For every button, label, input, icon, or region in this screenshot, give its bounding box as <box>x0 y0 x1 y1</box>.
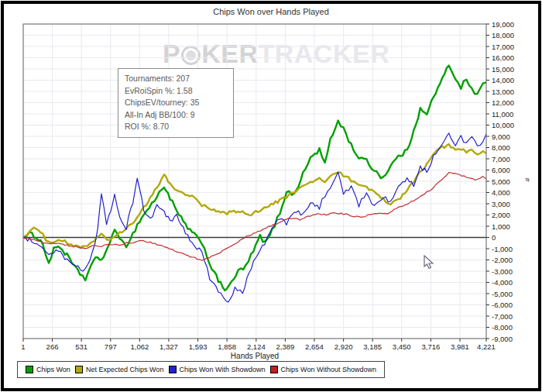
stat-line-evroispin: EvRoiSpin %: 1.58 <box>125 85 227 98</box>
svg-text:2,920: 2,920 <box>334 342 353 351</box>
svg-text:16,000: 16,000 <box>492 53 514 62</box>
svg-text:0: 0 <box>492 233 496 242</box>
svg-text:3,716: 3,716 <box>422 342 441 351</box>
svg-text:10,000: 10,000 <box>492 121 514 129</box>
svg-text:11,000: 11,000 <box>492 110 513 119</box>
stat-line-chipsev: ChipsEV/tourney: 35 <box>125 97 227 109</box>
svg-text:12,000: 12,000 <box>492 98 514 107</box>
svg-text:Hands Played: Hands Played <box>231 352 279 360</box>
svg-text:17,000: 17,000 <box>492 43 514 51</box>
svg-text:4,000: 4,000 <box>492 188 510 197</box>
svg-text:-8,000: -8,000 <box>492 323 513 332</box>
chips-won-swatch-icon <box>26 366 33 373</box>
svg-text:1,327: 1,327 <box>160 342 178 351</box>
svg-text:-3,000: -3,000 <box>492 267 513 276</box>
without-showdown-swatch-icon <box>270 366 278 373</box>
with-showdown-swatch-icon <box>169 366 177 373</box>
svg-text:7,000: 7,000 <box>492 155 510 163</box>
legend-item-net-expected: Net Expected Chips Won <box>75 366 163 373</box>
svg-text:5,000: 5,000 <box>492 177 510 186</box>
svg-text:-9,000: -9,000 <box>492 335 513 343</box>
legend-item-without-showdown: Chips Won Without Showdown <box>270 366 376 373</box>
svg-text:3,981: 3,981 <box>451 342 469 351</box>
svg-text:3,450: 3,450 <box>393 342 411 351</box>
svg-text:1,062: 1,062 <box>130 342 149 351</box>
svg-text:14,000: 14,000 <box>492 76 514 84</box>
svg-text:3,000: 3,000 <box>492 200 510 208</box>
legend-label: Chips Won <box>36 366 70 373</box>
svg-text:8,000: 8,000 <box>492 143 510 152</box>
legend-label: Chips Won Without Showdown <box>281 366 376 373</box>
svg-text:-5,000: -5,000 <box>492 290 513 298</box>
svg-text:1,593: 1,593 <box>189 342 208 351</box>
stat-line-tournaments: Tournaments: 207 <box>125 73 227 85</box>
chips-won-line-chart[interactable]: -9,000-8,000-7,000-6,000-5,000-4,000-3,0… <box>0 0 542 392</box>
svg-text:1: 1 <box>21 342 25 351</box>
legend-label: Net Expected Chips Won <box>86 366 163 373</box>
legend-item-with-showdown: Chips Won With Showdown <box>169 366 266 373</box>
svg-text:2,654: 2,654 <box>305 342 324 351</box>
svg-text:531: 531 <box>75 342 87 351</box>
legend-label: Chips Won With Showdown <box>180 366 266 373</box>
stat-line-allin-adj: All-In Adj BB/100: 9 <box>125 109 227 122</box>
svg-text:1,858: 1,858 <box>218 342 236 351</box>
svg-text:15,000: 15,000 <box>492 65 514 74</box>
svg-text:2,000: 2,000 <box>492 211 510 219</box>
svg-text:1,000: 1,000 <box>492 222 510 231</box>
svg-text:18,000: 18,000 <box>492 31 514 40</box>
legend: Chips Won Net Expected Chips Won Chips W… <box>17 361 385 378</box>
svg-text:19,000: 19,000 <box>492 20 514 29</box>
net-expected-swatch-icon <box>75 366 83 373</box>
svg-text:-7,000: -7,000 <box>492 312 513 321</box>
svg-text:13,000: 13,000 <box>492 88 514 96</box>
svg-text:-6,000: -6,000 <box>492 301 513 309</box>
svg-text:266: 266 <box>46 342 59 351</box>
svg-text:-4,000: -4,000 <box>492 278 513 287</box>
stat-line-roi: ROI %: 8.70 <box>125 121 227 133</box>
svg-text:9,000: 9,000 <box>492 132 510 141</box>
svg-text:6,000: 6,000 <box>492 166 510 174</box>
pokertracker-graph-window: Chips Won over Hands Played PKERTRACKER … <box>0 0 542 392</box>
svg-text:-2,000: -2,000 <box>492 256 513 264</box>
svg-text:2,389: 2,389 <box>276 342 295 351</box>
svg-text:4,221: 4,221 <box>477 342 496 351</box>
stats-tooltip: Tournaments: 207 EvRoiSpin %: 1.58 Chips… <box>118 68 234 138</box>
svg-text:3,185: 3,185 <box>363 342 382 351</box>
svg-text:-1,000: -1,000 <box>492 245 513 253</box>
svg-text:797: 797 <box>105 342 117 351</box>
y-axis-unit-label: # <box>523 177 531 181</box>
legend-item-chips-won: Chips Won <box>26 366 70 373</box>
svg-text:2,124: 2,124 <box>247 342 266 351</box>
